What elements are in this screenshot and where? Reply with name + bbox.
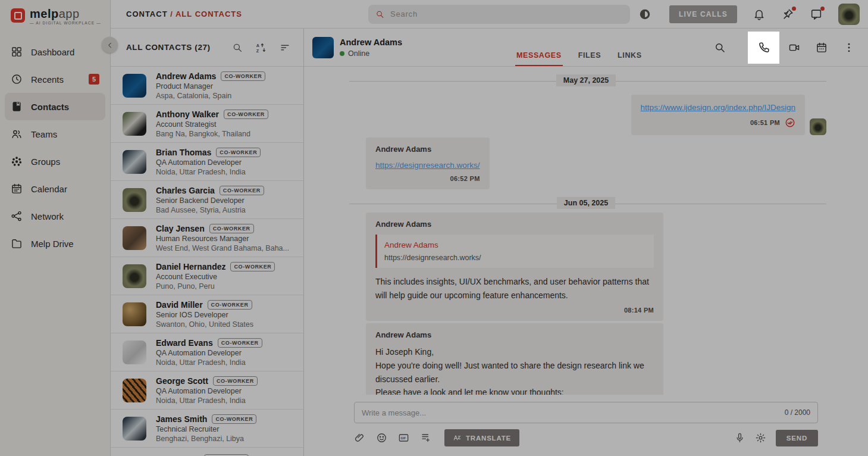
contact-row[interactable]: Clay JensenCO-WORKERHuman Resources Mana… — [111, 219, 303, 257]
filter-lines-icon[interactable] — [280, 42, 290, 53]
chat-search-icon[interactable] — [714, 42, 726, 54]
contact-location: West End, West Grand Bahama, Baha... — [156, 244, 289, 252]
contact-type-badge: CO-WORKER — [212, 414, 256, 424]
date-divider: May 27, 2025 — [346, 74, 826, 88]
contact-location: Noida, Uttar Pradesh, India — [156, 358, 262, 367]
sidebar-item-recents[interactable]: Recents5 — [5, 65, 105, 93]
contact-role: Account Strategist — [156, 120, 268, 129]
phone-icon — [757, 41, 770, 54]
global-search[interactable] — [368, 5, 630, 24]
contact-location: Swanton, Ohio, United States — [156, 320, 253, 329]
sidebar-item-contacts[interactable]: Contacts — [5, 93, 105, 120]
contact-name: Brian Thomas — [156, 148, 211, 157]
message-sender: Andrew Adams — [375, 330, 654, 339]
settings-gear-icon[interactable] — [755, 432, 766, 443]
contacts-panel-header: ALL CONTACTS (27) AZ — [111, 29, 303, 67]
call-button[interactable] — [748, 32, 779, 64]
tab-links[interactable]: LINKS — [616, 51, 643, 66]
groups-icon — [11, 155, 23, 167]
gif-icon[interactable]: GIF — [398, 432, 409, 443]
network-icon — [11, 210, 23, 222]
user-avatar[interactable] — [838, 4, 860, 25]
sidebar-collapse-button[interactable] — [102, 37, 118, 53]
contact-row[interactable]: David MillerCO-WORKERSenior IOS Develope… — [111, 295, 303, 333]
more-options-icon[interactable] — [843, 42, 855, 54]
message-text: Please have a look and let me know your … — [375, 386, 654, 395]
message-link[interactable]: https://www.ijdesign.org/index.php/IJDes… — [641, 103, 795, 112]
translate-button[interactable]: TRANSLATE — [444, 429, 519, 446]
message-link[interactable]: https://designresearch.works/ — [375, 161, 480, 170]
contacts-panel-title: ALL CONTACTS (27) — [126, 43, 211, 52]
peer-avatar[interactable] — [312, 37, 334, 58]
search-input[interactable] — [390, 10, 623, 18]
contact-row-partial[interactable]: CO-WORKER — [111, 448, 303, 456]
content: ALL CONTACTS (27) AZ Andrew AdamsCO-WORK… — [111, 29, 868, 456]
message-input[interactable] — [362, 408, 785, 417]
contact-role: Human Resources Manager — [156, 235, 289, 243]
sort-az-icon[interactable]: AZ — [256, 42, 267, 53]
quick-note-icon[interactable] — [420, 432, 431, 443]
tab-messages[interactable]: MESSAGES — [515, 51, 563, 66]
sidebar-item-network[interactable]: Network — [5, 202, 105, 230]
contact-row[interactable]: James SmithCO-WORKERTechnical RecruiterB… — [111, 410, 303, 448]
sidebar-item-label: Teams — [31, 129, 57, 139]
notification-dot — [820, 7, 825, 11]
sidebar-item-teams[interactable]: Teams — [5, 120, 105, 148]
contact-type-badge: CO-WORKER — [221, 71, 265, 81]
breadcrumb-current: ALL CONTACTS — [176, 10, 242, 18]
message-input-box[interactable]: 0 / 2000 — [354, 402, 818, 423]
schedule-icon[interactable] — [816, 42, 828, 54]
sidebar-item-groups[interactable]: Groups — [5, 148, 105, 175]
contact-role: Technical Recruiter — [156, 425, 256, 433]
contact-row[interactable]: Anthony WalkerCO-WORKERAccount Strategis… — [111, 105, 303, 143]
read-receipt-icon — [785, 117, 795, 128]
contact-row[interactable]: Daniel HernandezCO-WORKERAccount Executi… — [111, 257, 303, 295]
app-tagline: — AI DIGITAL WORKPLACE — — [30, 21, 101, 25]
contact-row[interactable]: Brian ThomasCO-WORKERQA Automation Devel… — [111, 143, 303, 181]
online-status-dot — [340, 51, 344, 56]
chat-bubble-icon[interactable] — [810, 8, 823, 21]
video-call-icon[interactable] — [788, 42, 800, 54]
send-button[interactable]: SEND — [776, 430, 818, 446]
outgoing-message: https://www.ijdesign.org/index.php/IJDes… — [346, 95, 826, 135]
sidebar-item-calendar[interactable]: Calendar — [5, 175, 105, 202]
melp-logo-icon — [11, 8, 25, 23]
contact-name: Edward Evans — [156, 338, 213, 348]
live-calls-button[interactable]: LIVE CALLS — [669, 5, 737, 23]
contact-location: Noida, Uttar Pradesh, India — [156, 396, 258, 405]
contact-row[interactable]: Charles GarciaCO-WORKERSenior Backend De… — [111, 181, 303, 219]
contact-row[interactable]: Edward EvansCO-WORKERQA Automation Devel… — [111, 333, 303, 371]
date-chip: May 27, 2025 — [556, 74, 616, 86]
contact-location: Bad Aussee, Styria, Austria — [156, 206, 264, 214]
peer-status-text: Online — [348, 49, 369, 58]
emoji-icon[interactable] — [376, 432, 387, 443]
contact-role: QA Automation Developer — [156, 387, 258, 395]
peer-name: Andrew Adams — [340, 38, 402, 47]
sidebar-item-label: Calendar — [31, 184, 67, 194]
mic-icon[interactable] — [734, 432, 745, 443]
sidebar-item-melp-drive[interactable]: Melp Drive — [5, 230, 105, 257]
search-icon[interactable] — [232, 42, 243, 53]
app-logo[interactable]: melpapp — AI DIGITAL WORKPLACE — — [0, 0, 110, 35]
contact-role: Product Manager — [156, 82, 265, 90]
quote-text: https://designresearch.works/ — [384, 254, 647, 262]
contact-avatar — [123, 264, 146, 288]
bell-icon[interactable] — [753, 8, 766, 21]
contact-row[interactable]: Andrew AdamsCO-WORKERProduct ManagerAspa… — [111, 67, 303, 105]
contact-name: Anthony Walker — [156, 110, 219, 119]
contact-avatar — [123, 188, 146, 212]
contact-location: Aspa, Catalonia, Spain — [156, 92, 265, 100]
sidebar-item-dashboard[interactable]: Dashboard — [5, 38, 105, 65]
contact-type-badge: CO-WORKER — [213, 376, 258, 386]
svg-text:A: A — [256, 43, 259, 48]
quoted-message[interactable]: Andrew Adamshttps://designresearch.works… — [375, 235, 654, 268]
contact-name: James Smith — [156, 414, 207, 424]
contact-role: Account Executive — [156, 273, 275, 281]
tab-files[interactable]: FILES — [577, 51, 602, 66]
contact-avatar — [123, 302, 146, 326]
pin-icon[interactable] — [781, 8, 794, 21]
paperclip-icon[interactable] — [354, 432, 365, 443]
theme-toggle-button[interactable] — [638, 8, 651, 21]
contact-row[interactable]: George ScottCO-WORKERQA Automation Devel… — [111, 371, 303, 410]
contact-name: David Miller — [156, 300, 203, 310]
